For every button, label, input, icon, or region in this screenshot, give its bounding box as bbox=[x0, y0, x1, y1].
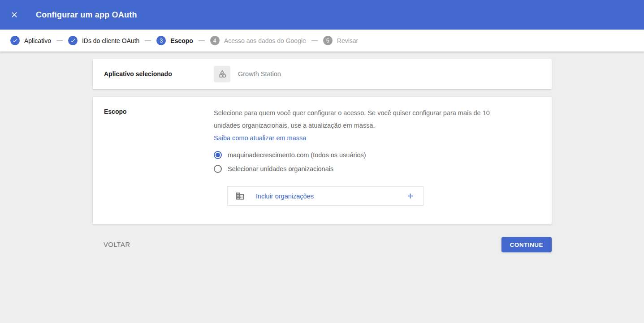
continue-button[interactable]: CONTINUE bbox=[501, 237, 552, 252]
step-label: Revisar bbox=[337, 37, 358, 44]
step-label: IDs do cliente OAuth bbox=[82, 37, 139, 44]
step-separator bbox=[199, 40, 205, 41]
step-aplicativo[interactable]: Aplicativo bbox=[10, 36, 51, 45]
step-number-badge: 5 bbox=[323, 36, 333, 45]
step-escopo[interactable]: 3 Escopo bbox=[156, 36, 193, 45]
close-icon[interactable] bbox=[10, 7, 26, 23]
radio-selected-icon bbox=[214, 151, 222, 159]
step-complete-check-icon bbox=[68, 36, 78, 45]
scope-description: Selecione para quem você quer configurar… bbox=[214, 107, 509, 132]
scope-label: Escopo bbox=[104, 108, 127, 115]
radio-unselected-icon bbox=[214, 165, 222, 173]
building-domain-icon bbox=[235, 191, 245, 201]
step-label: Aplicativo bbox=[24, 37, 51, 44]
radio-label: Selecionar unidades organizacionais bbox=[228, 165, 333, 172]
app-category-icon bbox=[214, 66, 230, 82]
plus-icon[interactable] bbox=[405, 191, 415, 202]
scope-card: Escopo Selecione para quem você quer con… bbox=[93, 97, 552, 224]
main-content: Aplicativo selecionado Growth Station bbox=[0, 52, 644, 252]
selected-app-name: Growth Station bbox=[238, 70, 281, 78]
step-ids-cliente-oauth[interactable]: IDs do cliente OAuth bbox=[68, 36, 139, 45]
include-organizations-box[interactable]: Incluir organizações bbox=[227, 186, 424, 206]
selected-app-card: Aplicativo selecionado Growth Station bbox=[93, 59, 552, 89]
radio-select-org-units[interactable]: Selecionar unidades organizacionais bbox=[214, 162, 552, 176]
wizard-footer: VOLTAR CONTINUE bbox=[93, 237, 552, 252]
step-separator bbox=[311, 40, 318, 41]
step-label: Escopo bbox=[170, 37, 193, 44]
step-label: Acesso aos dados do Google bbox=[224, 37, 306, 44]
step-separator bbox=[56, 40, 63, 41]
step-separator bbox=[145, 40, 151, 41]
radio-label: maquinadecrescimento.com (todos os usuár… bbox=[228, 151, 366, 159]
step-number-badge: 4 bbox=[210, 36, 220, 45]
dialog-header: Configurar um app OAuth bbox=[0, 0, 644, 30]
selected-app-label: Aplicativo selecionado bbox=[104, 70, 172, 78]
step-complete-check-icon bbox=[10, 36, 20, 45]
radio-all-users[interactable]: maquinadecrescimento.com (todos os usuár… bbox=[214, 148, 552, 162]
step-acesso-dados-google[interactable]: 4 Acesso aos dados do Google bbox=[210, 36, 306, 45]
back-button[interactable]: VOLTAR bbox=[102, 237, 132, 252]
step-revisar[interactable]: 5 Revisar bbox=[323, 36, 358, 45]
include-organizations-label: Incluir organizações bbox=[256, 193, 405, 200]
wizard-stepper: Aplicativo IDs do cliente OAuth 3 Escopo… bbox=[0, 30, 644, 52]
scope-radio-group: maquinadecrescimento.com (todos os usuár… bbox=[214, 148, 552, 176]
dialog-title: Configurar um app OAuth bbox=[36, 10, 137, 20]
bulk-update-link[interactable]: Saiba como atualizar em massa bbox=[214, 132, 306, 144]
step-number-badge: 3 bbox=[156, 36, 166, 45]
